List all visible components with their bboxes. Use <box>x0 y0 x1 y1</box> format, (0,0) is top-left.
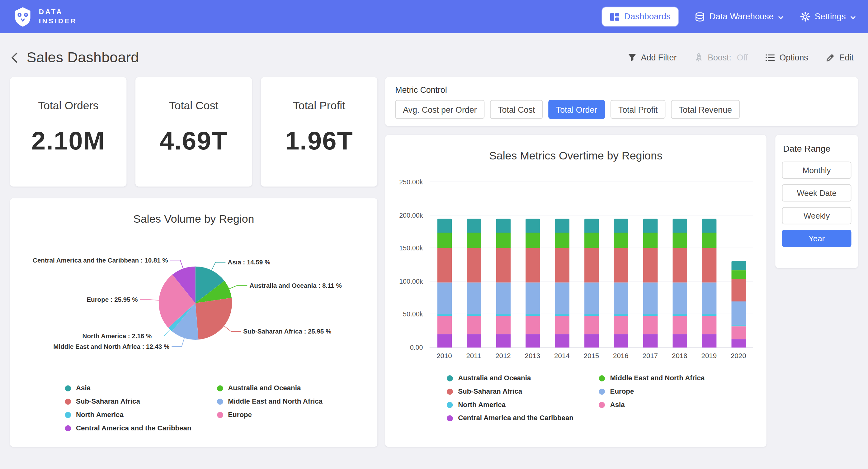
nav-data-warehouse[interactable]: Data Warehouse <box>695 11 784 22</box>
bar-segment-middle-east-and-north-africa <box>731 270 746 279</box>
back-button[interactable] <box>11 52 18 63</box>
bar-segment-asia <box>555 316 569 334</box>
legend-label: Sub-Saharan Africa <box>458 387 522 395</box>
bar-slot-2012 <box>489 182 518 348</box>
bar-2011[interactable] <box>466 182 481 348</box>
owl-logo-icon <box>12 6 33 27</box>
nav-settings[interactable]: Settings <box>800 11 856 22</box>
gear-icon <box>800 11 810 22</box>
legend-item-europe[interactable]: Europe <box>217 411 322 418</box>
bar-2014[interactable] <box>555 182 569 348</box>
pie-label-line <box>229 285 247 289</box>
kpi-label: Total Orders <box>10 99 126 112</box>
metric-button-total-order[interactable]: Total Order <box>548 100 605 119</box>
legend-item-middle-east-and-north-africa[interactable]: Middle East and North Africa <box>599 374 705 382</box>
x-tick-label: 2019 <box>694 352 723 360</box>
bar-2019[interactable] <box>702 182 716 348</box>
metric-button-total-cost[interactable]: Total Cost <box>490 100 542 119</box>
bar-segment-central-america-and-the-caribbean <box>673 334 687 347</box>
bars-layer <box>430 182 753 348</box>
bar-segment-asia <box>731 326 746 339</box>
legend-item-australia-and-oceania[interactable]: Australia and Oceania <box>447 374 574 382</box>
bar-segment-sub-saharan-africa <box>643 248 657 283</box>
bar-segment-sub-saharan-africa <box>584 248 598 283</box>
boost-toggle[interactable]: Boost: Off <box>694 53 748 62</box>
legend-item-north-america[interactable]: North America <box>447 401 574 409</box>
bar-segment-australia-and-oceania <box>702 218 716 233</box>
date-range-button-weekly[interactable]: Weekly <box>782 207 851 224</box>
legend-item-europe[interactable]: Europe <box>599 387 705 395</box>
x-tick-label: 2010 <box>430 352 459 360</box>
bar-2018[interactable] <box>673 182 687 348</box>
legend-item-north-america[interactable]: North America <box>65 411 191 418</box>
kpi-card-total-cost: Total Cost 4.69T <box>135 77 252 186</box>
options-icon <box>766 54 775 61</box>
metric-button-total-revenue[interactable]: Total Revenue <box>671 100 740 119</box>
pie-label-line <box>154 329 170 336</box>
legend-dot <box>65 398 71 405</box>
legend-item-sub-saharan-africa[interactable]: Sub-Saharan Africa <box>447 387 574 395</box>
metric-control-card: Metric Control Avg. Cost per OrderTotal … <box>385 77 858 126</box>
legend-item-asia[interactable]: Asia <box>65 384 191 392</box>
legend-item-middle-east-and-north-africa[interactable]: Middle East and North Africa <box>217 398 322 405</box>
bar-segment-europe <box>673 283 687 315</box>
bar-2015[interactable] <box>584 182 598 348</box>
bar-segment-asia <box>584 316 598 334</box>
pie-chart-card: Sales Volume by Region Asia : 14.59 %Aus… <box>10 198 377 447</box>
brand[interactable]: DATA INSIDER <box>12 6 77 27</box>
legend-item-central-america-and-the-caribbean[interactable]: Central America and the Caribbean <box>447 414 574 422</box>
legend-item-australia-and-oceania[interactable]: Australia and Oceania <box>217 384 322 392</box>
date-range-buttons: MonthlyWeek DateWeeklyYear <box>782 162 851 247</box>
pie-chart-title: Sales Volume by Region <box>10 213 377 226</box>
bar-segment-europe <box>702 283 716 315</box>
bar-2010[interactable] <box>437 182 452 348</box>
bar-2016[interactable] <box>614 182 628 348</box>
date-range-button-monthly[interactable]: Monthly <box>782 162 851 179</box>
pie-chart[interactable]: Asia : 14.59 %Australia and Oceania : 8.… <box>10 229 377 380</box>
x-tick-label: 2011 <box>459 352 488 360</box>
bar-segment-australia-and-oceania <box>731 261 746 271</box>
bar-segment-sub-saharan-africa <box>614 248 628 283</box>
bar-segment-australia-and-oceania <box>496 218 510 233</box>
bar-2017[interactable] <box>643 182 657 348</box>
bar-2020[interactable] <box>731 182 746 348</box>
bar-segment-sub-saharan-africa <box>731 279 746 301</box>
bar-segment-middle-east-and-north-africa <box>643 232 657 248</box>
pie-label-australia-and-oceania: Australia and Oceania : 8.11 % <box>249 282 342 289</box>
legend-item-sub-saharan-africa[interactable]: Sub-Saharan Africa <box>65 398 191 405</box>
bar-segment-middle-east-and-north-africa <box>584 232 598 248</box>
legend-label: Europe <box>228 411 252 418</box>
bar-chart[interactable] <box>430 182 753 348</box>
bar-slot-2016 <box>606 182 636 348</box>
date-range-button-week-date[interactable]: Week Date <box>782 184 851 202</box>
metric-button-avg-cost-per-order[interactable]: Avg. Cost per Order <box>395 100 485 119</box>
legend-label: Asia <box>610 401 625 409</box>
bar-2012[interactable] <box>496 182 510 348</box>
bar-slot-2018 <box>665 182 694 348</box>
bar-2013[interactable] <box>525 182 539 348</box>
kpi-value: 1.96T <box>261 125 377 155</box>
add-filter-button[interactable]: Add Filter <box>628 53 677 62</box>
nav-dashboards[interactable]: Dashboards <box>602 7 678 26</box>
legend-dot <box>599 402 605 408</box>
pie-label-sub-saharan-africa: Sub-Saharan Africa : 25.95 % <box>243 328 331 335</box>
legend-item-central-america-and-the-caribbean[interactable]: Central America and the Caribbean <box>65 424 191 432</box>
legend-item-asia[interactable]: Asia <box>599 401 705 409</box>
metric-button-total-profit[interactable]: Total Profit <box>611 100 665 119</box>
pie-slice-sub-saharan-africa[interactable] <box>195 298 232 340</box>
nav-settings-label: Settings <box>815 11 846 22</box>
date-range-button-year[interactable]: Year <box>782 230 851 247</box>
bar-segment-central-america-and-the-caribbean <box>584 334 598 347</box>
legend-dot <box>599 388 605 394</box>
bar-segment-asia <box>643 316 657 334</box>
bar-segment-central-america-and-the-caribbean <box>643 334 657 347</box>
kpi-row: Total Orders 2.10M Total Cost 4.69T Tota… <box>10 77 377 186</box>
rocket-icon <box>694 53 703 62</box>
chevron-down-icon <box>778 15 784 19</box>
edit-button[interactable]: Edit <box>826 53 854 62</box>
bar-segment-australia-and-oceania <box>673 218 687 233</box>
bar-segment-europe <box>496 283 510 315</box>
bar-segment-sub-saharan-africa <box>496 248 510 283</box>
options-button[interactable]: Options <box>766 53 808 62</box>
x-tick-label: 2016 <box>606 352 636 360</box>
